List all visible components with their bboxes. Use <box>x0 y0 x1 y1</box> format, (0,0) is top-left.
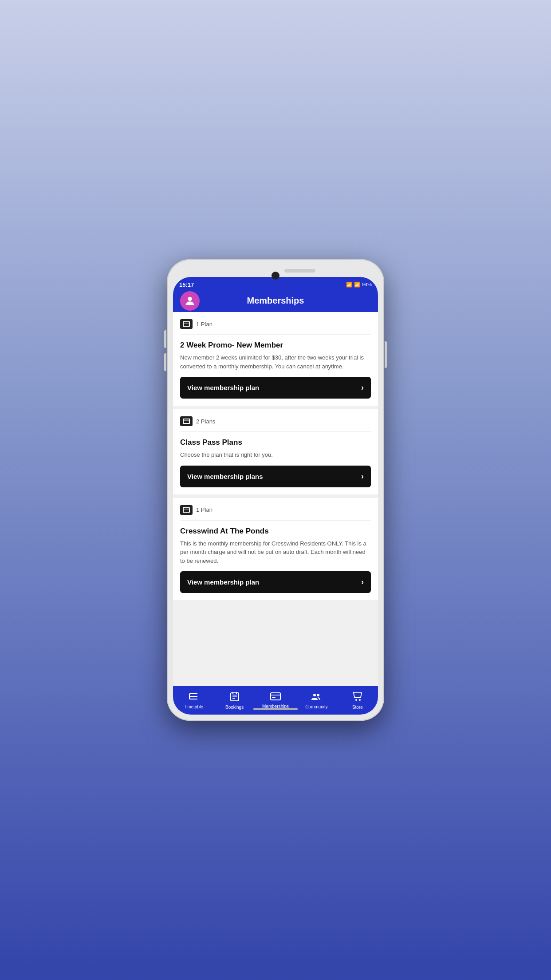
plan-count-text-2: 2 Plans <box>196 418 215 425</box>
plan-count-text-3: 1 Plan <box>196 506 213 513</box>
membership-card-2: 2 Plans Class Pass Plans Choose the plan… <box>173 409 378 494</box>
status-icons: 📶 📶 94% <box>346 282 372 288</box>
plan-icon-1 <box>180 319 193 329</box>
svg-rect-17 <box>271 693 280 700</box>
nav-bookings-label: Bookings <box>225 705 244 710</box>
speaker <box>284 269 315 273</box>
card-title-2: Class Pass Plans <box>180 438 371 447</box>
community-icon <box>311 692 322 703</box>
power-button <box>385 341 387 368</box>
card-desc-3: This is the monthly membership for Cress… <box>180 539 371 565</box>
wifi-icon: 📶 <box>346 282 352 288</box>
memberships-icon <box>270 692 281 703</box>
nav-timetable-label: Timetable <box>184 704 203 709</box>
svg-rect-3 <box>183 419 189 423</box>
timetable-icon <box>189 692 198 703</box>
store-icon <box>353 692 362 703</box>
svg-point-23 <box>359 699 361 701</box>
signal-icon: 📶 <box>354 282 360 288</box>
battery-text: 94% <box>362 282 372 287</box>
vol-up-button <box>164 330 166 348</box>
svg-line-24 <box>353 692 354 693</box>
top-header: Memberships <box>173 292 378 312</box>
page-title: Memberships <box>247 296 304 306</box>
nav-store-label: Store <box>352 705 363 710</box>
nav-community[interactable]: Community <box>296 692 337 709</box>
camera <box>272 272 279 280</box>
status-time: 15:17 <box>179 281 194 288</box>
bottom-nav: Timetable Bookings <box>173 686 378 715</box>
svg-rect-19 <box>272 697 276 698</box>
membership-card-3: 1 Plan Cresswind At The Ponds This is th… <box>173 498 378 601</box>
view-plans-button-2[interactable]: View membership plans › <box>180 466 371 487</box>
nav-bookings[interactable]: Bookings <box>214 692 255 710</box>
bookings-icon <box>230 692 239 703</box>
plan-icon-3 <box>180 505 193 515</box>
card-title-3: Cresswind At The Ponds <box>180 527 371 536</box>
membership-card-1: 1 Plan 2 Week Promo- New Member New memb… <box>173 312 378 406</box>
plan-icon-2 <box>180 416 193 426</box>
nav-store[interactable]: Store <box>337 692 378 710</box>
svg-rect-1 <box>183 322 189 326</box>
chevron-right-icon-1: › <box>361 383 364 392</box>
view-plan-button-3[interactable]: View membership plan › <box>180 571 371 593</box>
nav-timetable[interactable]: Timetable <box>173 692 214 709</box>
plan-count-row-1: 1 Plan <box>180 319 371 335</box>
svg-point-20 <box>313 694 316 696</box>
nav-community-label: Community <box>305 704 328 709</box>
svg-point-21 <box>317 694 319 696</box>
vol-down-button <box>164 353 166 371</box>
nav-memberships[interactable]: Memberships <box>255 692 296 709</box>
chevron-right-icon-2: › <box>361 472 364 481</box>
phone-frame: 15:17 📶 📶 94% Memberships <box>167 259 384 721</box>
phone-screen: 15:17 📶 📶 94% Memberships <box>173 277 378 715</box>
card-title-1: 2 Week Promo- New Member <box>180 341 371 350</box>
home-bar <box>253 708 298 710</box>
svg-point-0 <box>188 296 192 300</box>
svg-rect-5 <box>183 508 189 512</box>
svg-point-22 <box>355 699 357 701</box>
content-area: 1 Plan 2 Week Promo- New Member New memb… <box>173 312 378 686</box>
card-desc-2: Choose the plan that is right for you. <box>180 450 371 459</box>
plan-count-text-1: 1 Plan <box>196 321 213 328</box>
chevron-right-icon-3: › <box>361 577 364 587</box>
plan-count-row-3: 1 Plan <box>180 505 371 521</box>
plan-count-row-2: 2 Plans <box>180 416 371 432</box>
avatar[interactable] <box>180 291 200 311</box>
card-desc-1: New member 2 weeks unlimited for $30, af… <box>180 353 371 371</box>
view-plan-button-1[interactable]: View membership plan › <box>180 377 371 399</box>
